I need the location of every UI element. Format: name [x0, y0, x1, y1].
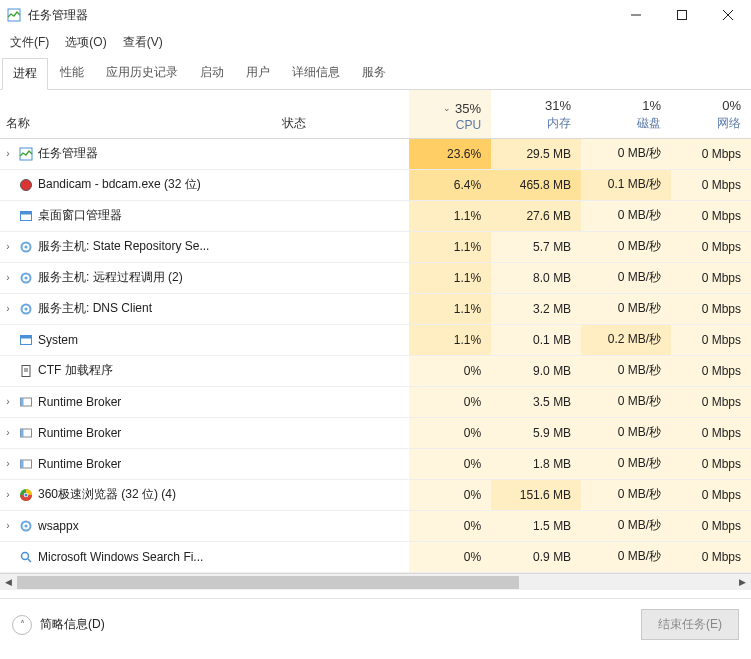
- table-row[interactable]: ›Runtime Broker0%3.5 MB0 MB/秒0 Mbps: [0, 386, 751, 417]
- cell-name: ›Runtime Broker: [0, 448, 276, 479]
- tab-performance[interactable]: 性能: [50, 58, 94, 90]
- tab-users[interactable]: 用户: [236, 58, 280, 90]
- cell-name: ›wsappx: [0, 510, 276, 541]
- expander-icon[interactable]: ›: [2, 458, 14, 469]
- process-name: Runtime Broker: [38, 426, 121, 440]
- cell-mem: 0.1 MB: [491, 324, 581, 355]
- cell-net: 0 Mbps: [671, 417, 751, 448]
- cell-cpu: 1.1%: [409, 324, 491, 355]
- cell-cpu: 0%: [409, 510, 491, 541]
- cell-cpu: 0%: [409, 448, 491, 479]
- cell-status: [276, 200, 409, 231]
- cell-status: [276, 510, 409, 541]
- table-row[interactable]: Microsoft Windows Search Fi...0%0.9 MB0 …: [0, 541, 751, 572]
- cell-cpu: 0%: [409, 386, 491, 417]
- expander-icon[interactable]: ›: [2, 396, 14, 407]
- cell-disk: 0 MB/秒: [581, 541, 671, 572]
- table-row[interactable]: ›任务管理器23.6%29.5 MB0 MB/秒0 Mbps: [0, 138, 751, 169]
- maximize-button[interactable]: [659, 0, 705, 30]
- tab-details[interactable]: 详细信息: [282, 58, 350, 90]
- cell-status: [276, 417, 409, 448]
- expander-icon[interactable]: ›: [2, 489, 14, 500]
- cell-mem: 27.6 MB: [491, 200, 581, 231]
- cell-cpu: 0%: [409, 355, 491, 386]
- table-row[interactable]: Bandicam - bdcam.exe (32 位)6.4%465.8 MB0…: [0, 169, 751, 200]
- process-name: 任务管理器: [38, 145, 98, 162]
- cell-disk: 0.2 MB/秒: [581, 324, 671, 355]
- process-name: 服务主机: 远程过程调用 (2): [38, 269, 183, 286]
- table-row[interactable]: 桌面窗口管理器1.1%27.6 MB0 MB/秒0 Mbps: [0, 200, 751, 231]
- col-cpu-label: CPU: [456, 118, 481, 132]
- expander-icon[interactable]: ›: [2, 303, 14, 314]
- close-button[interactable]: [705, 0, 751, 30]
- cell-mem: 3.5 MB: [491, 386, 581, 417]
- col-cpu[interactable]: ⌄35% CPU: [409, 90, 491, 138]
- svg-point-12: [24, 276, 27, 279]
- cell-net: 0 Mbps: [671, 293, 751, 324]
- cell-cpu: 1.1%: [409, 262, 491, 293]
- cell-cpu: 1.1%: [409, 231, 491, 262]
- table-row[interactable]: ›Runtime Broker0%1.8 MB0 MB/秒0 Mbps: [0, 448, 751, 479]
- scroll-left-icon[interactable]: ◀: [0, 573, 17, 590]
- scroll-right-icon[interactable]: ▶: [734, 573, 751, 590]
- process-name: wsappx: [38, 519, 79, 533]
- col-disk-label: 磁盘: [637, 116, 661, 130]
- cell-mem: 5.9 MB: [491, 417, 581, 448]
- col-status[interactable]: 状态: [276, 90, 409, 138]
- window-title: 任务管理器: [28, 7, 88, 24]
- tab-app-history[interactable]: 应用历史记录: [96, 58, 188, 90]
- tab-services[interactable]: 服务: [352, 58, 396, 90]
- window-icon: [18, 208, 34, 224]
- table-row[interactable]: ›wsappx0%1.5 MB0 MB/秒0 Mbps: [0, 510, 751, 541]
- fewer-details-toggle[interactable]: ˄: [12, 615, 32, 635]
- cell-net: 0 Mbps: [671, 355, 751, 386]
- cell-disk: 0 MB/秒: [581, 355, 671, 386]
- table-row[interactable]: ›服务主机: DNS Client1.1%3.2 MB0 MB/秒0 Mbps: [0, 293, 751, 324]
- svg-point-32: [24, 524, 27, 527]
- cell-name: ›Runtime Broker: [0, 386, 276, 417]
- expander-icon[interactable]: ›: [2, 148, 14, 159]
- gear-icon: [18, 301, 34, 317]
- expander-icon[interactable]: ›: [2, 427, 14, 438]
- end-task-button[interactable]: 结束任务(E): [641, 609, 739, 640]
- menu-options[interactable]: 选项(O): [61, 32, 110, 53]
- scroll-thumb[interactable]: [17, 576, 519, 589]
- table-row[interactable]: ›Runtime Broker0%5.9 MB0 MB/秒0 Mbps: [0, 417, 751, 448]
- svg-rect-25: [21, 460, 24, 468]
- table-row[interactable]: ›360极速浏览器 (32 位) (4)0%151.6 MB0 MB/秒0 Mb…: [0, 479, 751, 510]
- menu-file[interactable]: 文件(F): [6, 32, 53, 53]
- cell-disk: 0.1 MB/秒: [581, 169, 671, 200]
- col-name[interactable]: 名称: [0, 90, 276, 138]
- minimize-button[interactable]: [613, 0, 659, 30]
- col-mem-label: 内存: [547, 116, 571, 130]
- col-mem-pct: 31%: [497, 98, 571, 113]
- table-row[interactable]: CTF 加载程序0%9.0 MB0 MB/秒0 Mbps: [0, 355, 751, 386]
- cell-mem: 9.0 MB: [491, 355, 581, 386]
- tab-startup[interactable]: 启动: [190, 58, 234, 90]
- table-row[interactable]: ›服务主机: State Repository Se...1.1%5.7 MB0…: [0, 231, 751, 262]
- cell-net: 0 Mbps: [671, 200, 751, 231]
- expander-icon[interactable]: ›: [2, 520, 14, 531]
- cell-net: 0 Mbps: [671, 169, 751, 200]
- col-mem[interactable]: 31% 内存: [491, 90, 581, 138]
- cell-cpu: 0%: [409, 417, 491, 448]
- fewer-details-label[interactable]: 简略信息(D): [40, 616, 105, 633]
- expander-icon[interactable]: ›: [2, 272, 14, 283]
- cell-net: 0 Mbps: [671, 541, 751, 572]
- horizontal-scrollbar[interactable]: ◀ ▶: [0, 573, 751, 590]
- expander-icon[interactable]: ›: [2, 241, 14, 252]
- cell-cpu: 0%: [409, 541, 491, 572]
- tab-processes[interactable]: 进程: [2, 58, 48, 90]
- col-net[interactable]: 0% 网络: [671, 90, 751, 138]
- cell-disk: 0 MB/秒: [581, 262, 671, 293]
- broker-icon: [18, 456, 34, 472]
- cell-name: ›服务主机: State Repository Se...: [0, 231, 276, 262]
- cell-cpu: 0%: [409, 479, 491, 510]
- svg-point-14: [24, 307, 27, 310]
- cell-cpu: 1.1%: [409, 293, 491, 324]
- cell-disk: 0 MB/秒: [581, 293, 671, 324]
- menu-view[interactable]: 查看(V): [119, 32, 167, 53]
- table-row[interactable]: System1.1%0.1 MB0.2 MB/秒0 Mbps: [0, 324, 751, 355]
- col-disk[interactable]: 1% 磁盘: [581, 90, 671, 138]
- table-row[interactable]: ›服务主机: 远程过程调用 (2)1.1%8.0 MB0 MB/秒0 Mbps: [0, 262, 751, 293]
